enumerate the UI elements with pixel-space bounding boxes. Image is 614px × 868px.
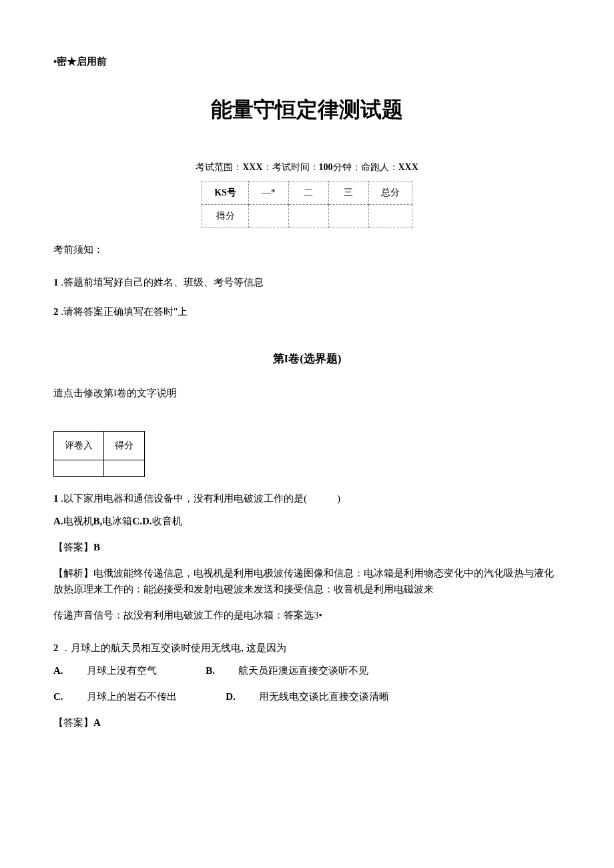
score-table-cell <box>288 204 328 228</box>
grader-cell: 评卷入 <box>54 431 104 460</box>
exam-info-sep1: ：考试时间： <box>263 162 319 172</box>
notice-item: 2 .请将答案正确填写在答时"上 <box>53 304 561 320</box>
question-2: 2 ．月球上的航天员相互交谈时使用无线电, 这是因为 <box>53 640 561 656</box>
table-row <box>54 460 145 476</box>
option-label-a: A. <box>53 663 63 679</box>
explanation-label: 【解析】 <box>53 568 93 578</box>
grader-table: 评卷入 得分 <box>53 431 145 477</box>
answer-value: B <box>93 542 100 552</box>
option-label-b: B, <box>93 516 103 526</box>
score-table-cell: 二 <box>288 181 328 204</box>
option-b-text: 航天员距澳远直接交谈听不见 <box>238 663 368 679</box>
notice-text: .请将答案正确填写在答时"上 <box>61 306 188 317</box>
score-table-cell: —* <box>248 181 288 204</box>
page-title: 能量守恒定律测试题 <box>53 93 561 127</box>
exam-info-minutes: 分钟；命跑人： <box>333 162 398 172</box>
notice-num: 2 <box>53 306 59 317</box>
notice-text: .答题前埴写好自己的姓名、班级、考号等信息 <box>61 277 264 288</box>
question-2-options-row2: C.月球上的岩石不传出 D.用无线电交谈比直接交谈清晰 <box>53 689 561 705</box>
option-a-text: 月球上没有空气 <box>87 663 157 679</box>
question-1: 1 .以下家用电器和通信设备中，没有利用电破波工作的是( ) <box>53 490 561 506</box>
confidential-mark: •密★启用前 <box>53 53 561 69</box>
option-label-b: B. <box>206 663 215 679</box>
exam-info: 考试范围：XXX：考试时间：100分钟；命跑人：XXX <box>53 160 561 175</box>
notice-title: 考前须知： <box>53 242 561 258</box>
explanation-text: 电俄波能终传递信息，电视机是利用电极波传递图像和信息：电冰箱是利用物态变化中的汽… <box>53 568 554 594</box>
question-2-answer: 【答案】A <box>53 715 561 731</box>
question-1-explanation: 【解析】电俄波能终传递信息，电视机是利用电极波传递图像和信息：电冰箱是利用物态变… <box>53 565 561 597</box>
grader-cell <box>104 460 145 476</box>
score-table-cell: 三 <box>328 181 368 204</box>
option-label-a: A. <box>53 516 63 526</box>
exam-info-prefix: 考试范围： <box>196 162 242 172</box>
answer-value: A <box>93 717 101 728</box>
score-table-cell <box>248 204 288 228</box>
grader-cell <box>54 460 104 476</box>
option-label-d: D. <box>226 689 236 705</box>
question-num: 2 <box>53 642 59 653</box>
option-c-text: 月球上的岩石不传出 <box>87 689 177 705</box>
exam-info-author: XXX <box>398 162 418 172</box>
option-a-text: 电视机 <box>63 516 93 526</box>
option-cd-text: 收音机 <box>152 516 182 526</box>
score-table-cell: 得分 <box>202 204 249 228</box>
grader-cell: 得分 <box>104 431 145 460</box>
answer-label: 【答案】 <box>53 717 93 728</box>
question-num: 1 <box>53 493 59 504</box>
notice-num: 1 <box>53 277 59 288</box>
exam-info-time: 100 <box>319 162 333 172</box>
table-row: 评卷入 得分 <box>54 431 145 460</box>
option-label-c: C. <box>53 689 63 705</box>
table-row: KS号 —* 二 三 总分 <box>202 181 412 204</box>
score-table-cell <box>328 204 368 228</box>
section-title: 第I卷(选界题) <box>53 350 561 368</box>
score-table: KS号 —* 二 三 总分 得分 <box>202 181 412 229</box>
option-d-text: 用无线电交谈比直接交谈清晰 <box>259 689 389 705</box>
exam-info-range: XXX <box>242 162 262 172</box>
option-label-cd: C.D. <box>132 516 151 526</box>
question-text: .以下家用电器和通信设备中，没有利用电破波工作的是( ) <box>61 493 340 504</box>
score-table-cell <box>368 204 412 228</box>
question-2-options-row1: A.月球上没有空气 B.航天员距澳远直接交谈听不见 <box>53 663 561 679</box>
table-row: 得分 <box>202 204 412 228</box>
question-text: ．月球上的航天员相互交谈时使用无线电, 这是因为 <box>61 642 286 653</box>
question-1-answer: 【答案】B <box>53 539 561 555</box>
answer-label: 【答案】 <box>53 542 93 552</box>
question-1-options: A.电视机B,电冰箱C.D.收音机 <box>53 513 561 529</box>
section-description: 遣点击修改第I卷的文字说明 <box>53 385 561 401</box>
score-table-cell: KS号 <box>202 181 249 204</box>
score-table-cell: 总分 <box>368 181 412 204</box>
question-1-subtext: 传递声音信号：故没有利用电破波工作的是电冰箱：答案选3• <box>53 607 561 623</box>
notice-item: 1 .答题前埴写好自己的姓名、班级、考号等信息 <box>53 274 561 290</box>
option-b-text: 电冰箱 <box>102 516 132 526</box>
